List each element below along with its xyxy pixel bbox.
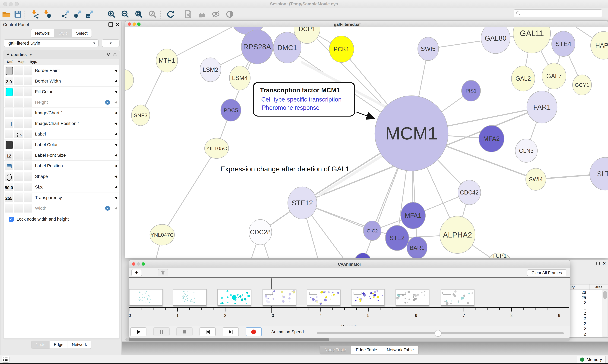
group-attributes-icon[interactable] bbox=[197, 9, 207, 19]
tab-network-style[interactable]: Network bbox=[68, 341, 91, 349]
property-row[interactable]: Border Paint ◀ bbox=[4, 65, 119, 76]
property-row[interactable]: Fill Color ◀ bbox=[4, 86, 119, 97]
tab-network-table[interactable]: Network Table bbox=[382, 346, 419, 354]
property-row[interactable]: 12 Label Font Size ◀ bbox=[4, 150, 119, 161]
expand-property-icon[interactable]: ◀ bbox=[115, 203, 117, 213]
skip-to-end-button[interactable] bbox=[223, 327, 239, 336]
tab-edge-table[interactable]: Edge Table bbox=[351, 346, 382, 354]
expand-property-icon[interactable]: ◀ bbox=[115, 129, 117, 139]
frame-thumbnail[interactable] bbox=[263, 289, 296, 306]
close-panel-icon[interactable]: ✕ bbox=[115, 23, 120, 26]
property-row[interactable]: Image/Chart 1 ◀ bbox=[4, 107, 119, 118]
expand-property-icon[interactable]: ◀ bbox=[115, 118, 117, 129]
default-value[interactable]: 2.0 bbox=[5, 77, 13, 87]
clear-all-frames-button[interactable]: Clear All Frames bbox=[527, 269, 566, 276]
add-frame-button[interactable]: + bbox=[131, 269, 142, 276]
default-value[interactable]: 50.0 bbox=[5, 183, 13, 193]
chevron-down-icon[interactable]: ▾ bbox=[30, 52, 32, 57]
network-annotation[interactable]: Expression change after deletion of GAL1 bbox=[221, 165, 349, 173]
skip-to-start-button[interactable] bbox=[199, 327, 216, 336]
table-row[interactable]: 26 bbox=[570, 290, 602, 295]
table-row[interactable]: 2 bbox=[570, 316, 602, 321]
stop-button[interactable] bbox=[176, 327, 193, 336]
expand-property-icon[interactable]: ◀ bbox=[115, 107, 117, 118]
info-icon[interactable]: i bbox=[105, 206, 110, 211]
save-session-icon[interactable] bbox=[13, 9, 23, 19]
property-row[interactable]: 50.0 Size ◀ bbox=[4, 182, 119, 193]
frame-thumbnail[interactable] bbox=[217, 289, 251, 306]
property-row[interactable]: 2.0 Border Width ◀ bbox=[4, 76, 119, 87]
scrollbar-thumb[interactable] bbox=[129, 338, 329, 341]
info-icon[interactable]: i bbox=[105, 100, 110, 105]
frame-thumbnail[interactable] bbox=[307, 289, 340, 306]
play-button[interactable] bbox=[130, 327, 146, 336]
tab-node[interactable]: Node bbox=[31, 341, 50, 349]
export-network-icon[interactable] bbox=[60, 9, 70, 19]
zoom-fit-icon[interactable] bbox=[134, 9, 144, 19]
open-session-icon[interactable] bbox=[1, 9, 11, 19]
default-value-swatch[interactable] bbox=[6, 67, 13, 75]
delete-frame-button[interactable] bbox=[158, 269, 168, 276]
network-window-titlebar[interactable]: galFiltered.sif bbox=[125, 21, 608, 27]
close-panel-icon[interactable]: ✕ bbox=[602, 262, 606, 265]
expand-property-icon[interactable]: ◀ bbox=[115, 65, 117, 76]
search-input[interactable] bbox=[514, 9, 602, 17]
cyanimator-timeline[interactable]: 0123456789 Seconds bbox=[129, 278, 570, 326]
network-node[interactable] bbox=[355, 253, 371, 258]
import-table-icon[interactable] bbox=[42, 9, 52, 19]
table-row[interactable]: 2 bbox=[570, 321, 602, 326]
pause-button[interactable] bbox=[153, 327, 170, 336]
expand-property-icon[interactable]: ◀ bbox=[115, 76, 117, 86]
column-stress[interactable]: Stres bbox=[594, 285, 602, 289]
table-row[interactable]: 25 bbox=[570, 295, 602, 300]
column-divider[interactable] bbox=[589, 285, 590, 289]
frame-thumbnail[interactable] bbox=[396, 289, 429, 306]
collapse-all-icon[interactable] bbox=[112, 52, 117, 57]
discrete-mapping-icon[interactable]: ⋮› bbox=[15, 130, 22, 140]
scrollbar-thumb[interactable] bbox=[603, 291, 607, 299]
default-value-swatch[interactable] bbox=[6, 88, 13, 96]
default-value[interactable]: 12 bbox=[5, 151, 13, 161]
tab-network[interactable]: Network bbox=[31, 29, 54, 37]
network-edge[interactable] bbox=[162, 148, 217, 235]
import-network-icon[interactable] bbox=[30, 9, 40, 19]
tab-edge[interactable]: Edge bbox=[50, 341, 68, 349]
float-panel-icon[interactable] bbox=[596, 262, 600, 265]
property-row[interactable]: Image/Chart Position 1 ◀ bbox=[4, 118, 119, 129]
property-row[interactable]: Label Position ◀ bbox=[4, 160, 119, 171]
highlighted-edge[interactable] bbox=[318, 152, 388, 195]
refresh-view-icon[interactable] bbox=[166, 9, 175, 19]
property-row[interactable]: Label Color ◀ bbox=[4, 139, 119, 150]
lock-size-row[interactable]: ✓ Lock node width and height bbox=[4, 213, 119, 225]
zoom-in-icon[interactable] bbox=[107, 9, 116, 19]
property-row[interactable]: Shape ◀ bbox=[4, 171, 119, 182]
table-row[interactable]: 2 bbox=[570, 311, 602, 316]
zoom-out-icon[interactable] bbox=[120, 9, 130, 19]
lock-checkbox[interactable]: ✓ bbox=[9, 217, 14, 222]
table-row[interactable]: 1 bbox=[570, 305, 602, 311]
export-image-icon[interactable] bbox=[85, 9, 95, 19]
slider-knob[interactable] bbox=[435, 330, 441, 337]
table-row[interactable]: 2 bbox=[570, 326, 602, 332]
property-row[interactable]: Width i ◀ bbox=[4, 203, 119, 214]
position-icon[interactable] bbox=[7, 164, 12, 169]
record-button[interactable] bbox=[246, 327, 262, 336]
table-row[interactable]: 2 bbox=[570, 300, 602, 305]
expand-property-icon[interactable]: ◀ bbox=[115, 97, 117, 107]
network-node[interactable] bbox=[125, 70, 134, 91]
callout-annotation[interactable]: Transcription factor MCM1 Cell-type-spec… bbox=[253, 83, 374, 118]
task-history-button[interactable] bbox=[1, 356, 10, 363]
horizontal-scrollbar[interactable] bbox=[125, 338, 570, 341]
cyanimator-titlebar[interactable]: CyAnimator bbox=[129, 260, 570, 268]
expand-property-icon[interactable]: ◀ bbox=[115, 192, 117, 203]
frame-thumbnail[interactable] bbox=[129, 289, 163, 306]
tab-select[interactable]: Select bbox=[72, 29, 92, 37]
frame-thumbnail[interactable] bbox=[441, 289, 474, 306]
tab-node-table[interactable]: Node Table bbox=[320, 346, 351, 354]
default-value-swatch[interactable] bbox=[6, 141, 13, 149]
memory-button[interactable]: Memory bbox=[577, 356, 606, 363]
expand-property-icon[interactable]: ◀ bbox=[115, 86, 117, 97]
table-row[interactable]: 2 bbox=[570, 332, 602, 337]
style-options-button[interactable]: ▾ bbox=[102, 39, 120, 47]
column-connectivity[interactable]: ity bbox=[571, 285, 575, 289]
